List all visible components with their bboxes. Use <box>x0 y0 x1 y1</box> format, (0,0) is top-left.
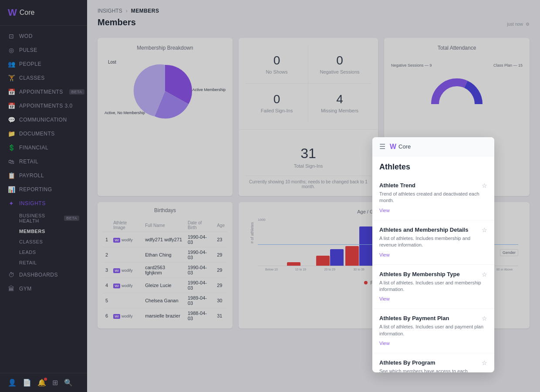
overlay-item-athletes-membership-details[interactable]: Athletes and Membership Details ☆ A list… <box>372 220 494 265</box>
overlay-item-desc: A list of athletes. Includes membership … <box>379 235 487 249</box>
overlay-item-athletes-by-program[interactable]: Athletes By Program ☆ See which members … <box>372 353 494 372</box>
overlay-item-header: Athletes By Payment Plan ☆ <box>379 315 487 322</box>
overlay-item-view-link[interactable]: View <box>379 296 390 301</box>
overlay-item-title: Athletes and Membership Details <box>379 226 468 233</box>
overlay-logo: W Core <box>390 143 411 151</box>
overlay-item-desc: A list of athletes. Includes user and me… <box>379 280 487 293</box>
overlay-item-title: Athlete Trend <box>379 182 415 189</box>
overlay-item-title: Athletes By Membership Type <box>379 271 460 277</box>
overlay-items-list: Athlete Trend ☆ Trend of athletes create… <box>372 176 494 372</box>
overlay-logo-text: Core <box>398 143 411 150</box>
overlay-menu-icon[interactable]: ☰ <box>379 142 385 151</box>
overlay-logo-w-icon: W <box>390 143 396 151</box>
overlay-item-view-link[interactable]: View <box>379 341 390 346</box>
overlay-item-athlete-trend[interactable]: Athlete Trend ☆ Trend of athletes create… <box>372 176 494 220</box>
overlay-item-header: Athletes By Program ☆ <box>379 359 487 366</box>
star-icon[interactable]: ☆ <box>482 359 487 366</box>
overlay-item-title: Athletes By Program <box>379 359 435 366</box>
overlay-item-view-link[interactable]: View <box>379 208 390 213</box>
overlay-item-header: Athlete Trend ☆ <box>379 182 487 189</box>
overlay-item-view-link[interactable]: View <box>379 252 390 257</box>
overlay-item-desc: Trend of athletes created and deactivate… <box>379 191 487 204</box>
star-icon[interactable]: ☆ <box>482 226 487 233</box>
overlay-title: Athletes <box>372 156 494 176</box>
star-icon[interactable]: ☆ <box>482 315 487 322</box>
overlay-item-header: Athletes By Membership Type ☆ <box>379 271 487 278</box>
overlay-panel: ☰ W Core Athletes Athlete Trend ☆ Trend … <box>372 137 494 372</box>
overlay-item-athletes-by-membership-type[interactable]: Athletes By Membership Type ☆ A list of … <box>372 265 494 309</box>
overlay-item-desc: A list of athletes. Includes user and pa… <box>379 324 487 337</box>
star-icon[interactable]: ☆ <box>482 271 487 278</box>
overlay-item-athletes-by-payment-plan[interactable]: Athletes By Payment Plan ☆ A list of ath… <box>372 309 494 353</box>
overlay-item-title: Athletes By Payment Plan <box>379 315 449 321</box>
overlay-item-desc: See which members have access to each pr… <box>379 368 487 372</box>
overlay-header: ☰ W Core <box>372 137 494 156</box>
star-icon[interactable]: ☆ <box>482 182 487 189</box>
overlay-item-header: Athletes and Membership Details ☆ <box>379 226 487 233</box>
